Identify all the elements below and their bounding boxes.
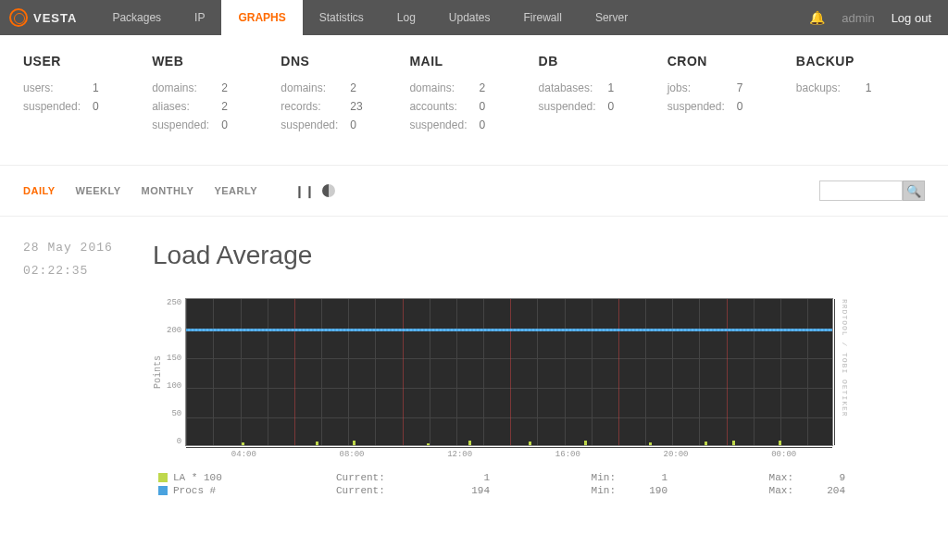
stat-value: 0 <box>608 100 615 113</box>
nav-right: 🔔 admin Log out <box>809 10 939 25</box>
x-tick: 08:00 <box>298 450 406 459</box>
stat-label: accounts: <box>409 100 479 113</box>
stat-line: suspended:0 <box>281 118 409 131</box>
stat-block[interactable]: MAILdomains:2accounts:0suspended:0 <box>409 54 538 137</box>
nav-updates[interactable]: Updates <box>432 0 507 35</box>
logo[interactable]: VESTA <box>9 8 77 27</box>
period-yearly[interactable]: YEARLY <box>214 185 257 196</box>
chart-watermark: RRDTOOL / TOBI OETIKER <box>841 299 849 445</box>
stat-line: aliases:2 <box>152 100 281 113</box>
stat-block[interactable]: WEBdomains:2aliases:2suspended:0 <box>152 54 281 137</box>
stat-label: aliases: <box>152 100 221 113</box>
legend-min-label: Min: <box>495 472 616 483</box>
stat-block[interactable]: DBdatabases:1suspended:0 <box>539 54 667 137</box>
stat-title: CRON <box>667 54 796 68</box>
stat-label: suspended: <box>539 100 608 113</box>
period-daily[interactable]: DAILY <box>23 185 56 196</box>
stat-line: jobs:7 <box>667 81 796 94</box>
chart-column: Load Average Points 250200150100500 RRDT… <box>153 241 925 498</box>
stat-block[interactable]: DNSdomains:2records:23suspended:0 <box>281 54 409 137</box>
theme-toggle-icon[interactable] <box>322 184 335 197</box>
x-tick: 20:00 <box>622 450 730 459</box>
y-tick: 0 <box>167 437 181 446</box>
y-tick: 150 <box>167 354 181 363</box>
legend-name: LA * 100 <box>173 472 331 483</box>
series-la <box>186 438 832 445</box>
subnav: DAILY WEEKLY MONTHLY YEARLY ❙❙ 🔍 <box>0 166 948 217</box>
stat-line: domains:2 <box>152 81 281 94</box>
search-button[interactable]: 🔍 <box>903 180 925 201</box>
stat-value: 0 <box>737 100 743 113</box>
stat-line: suspended:0 <box>23 100 152 113</box>
nav-statistics[interactable]: Statistics <box>303 0 380 35</box>
logo-icon <box>9 8 28 27</box>
legend-current-value: 194 <box>443 485 490 496</box>
legend-max-label: Max: <box>673 472 793 483</box>
stat-value: 0 <box>221 118 228 131</box>
legend-row: Procs #Current:194Min:190Max:204 <box>158 485 925 496</box>
nav-firewall[interactable]: Firewall <box>507 0 579 35</box>
y-tick: 50 <box>167 409 181 418</box>
stat-label: suspended: <box>281 118 350 131</box>
stat-line: domains:2 <box>409 81 538 94</box>
nav-server[interactable]: Server <box>579 0 644 35</box>
stat-block[interactable]: USERusers:1suspended:0 <box>23 54 152 137</box>
stat-label: suspended: <box>23 100 93 113</box>
stat-line: suspended:0 <box>667 100 796 113</box>
chart: Points 250200150100500 RRDTOOL / TOBI OE… <box>153 298 925 446</box>
stat-value: 2 <box>221 81 228 94</box>
legend: LA * 100Current:1Min:1Max:9Procs #Curren… <box>158 472 925 496</box>
logout-link[interactable]: Log out <box>892 11 931 25</box>
stat-title: DB <box>539 54 667 68</box>
y-tick: 250 <box>167 298 181 307</box>
nav-log[interactable]: Log <box>380 0 432 35</box>
stat-label: suspended: <box>667 100 737 113</box>
stat-label: domains: <box>281 81 350 94</box>
stat-title: USER <box>23 54 152 68</box>
stat-label: domains: <box>152 81 221 94</box>
stat-line: users:1 <box>23 81 152 94</box>
y-ticks: 250200150100500 <box>167 298 185 446</box>
stat-title: MAIL <box>409 54 538 68</box>
stat-value: 0 <box>350 118 356 131</box>
timestamp-date: 28 May 2016 <box>23 241 153 255</box>
stat-value: 2 <box>350 81 356 94</box>
x-tick: 00:00 <box>730 450 838 459</box>
legend-max-value: 204 <box>799 485 845 496</box>
x-ticks: 04:0008:0012:0016:0020:0000:00 <box>190 446 838 459</box>
bell-icon[interactable]: 🔔 <box>809 10 825 25</box>
legend-min-value: 190 <box>621 485 667 496</box>
legend-max-value: 9 <box>799 472 845 483</box>
nav-graphs[interactable]: GRAPHS <box>221 0 302 35</box>
stat-value: 23 <box>350 100 362 113</box>
stat-line: domains:2 <box>281 81 409 94</box>
period-weekly[interactable]: WEEKLY <box>76 185 121 196</box>
legend-max-label: Max: <box>673 485 793 496</box>
stat-label: suspended: <box>409 118 479 131</box>
legend-min-value: 1 <box>621 472 667 483</box>
content: 28 May 2016 02:22:35 Load Average Points… <box>0 217 948 522</box>
stat-value: 2 <box>479 81 485 94</box>
search-input[interactable] <box>819 180 903 201</box>
stat-line: suspended:0 <box>539 100 667 113</box>
stat-label: jobs: <box>667 81 737 94</box>
stat-line: records:23 <box>281 100 409 113</box>
period-monthly[interactable]: MONTHLY <box>142 185 194 196</box>
series-procs <box>186 330 832 331</box>
chart-title: Load Average <box>153 241 925 270</box>
x-tick: 12:00 <box>405 450 514 459</box>
stat-value: 1 <box>93 81 99 94</box>
nav-ip[interactable]: IP <box>178 0 221 35</box>
nav-packages[interactable]: Packages <box>95 0 178 35</box>
stat-block[interactable]: BACKUPbackups:1 <box>796 54 925 137</box>
stat-line: suspended:0 <box>409 118 538 131</box>
user-link[interactable]: admin <box>842 11 874 25</box>
pause-icon[interactable]: ❙❙ <box>294 184 315 198</box>
stat-block[interactable]: CRONjobs:7suspended:0 <box>667 54 796 137</box>
logo-text: VESTA <box>33 11 77 25</box>
stat-value: 2 <box>221 100 228 113</box>
y-axis-label: Points <box>153 355 163 389</box>
nav-items: Packages IP GRAPHS Statistics Log Update… <box>95 0 644 35</box>
stat-label: suspended: <box>152 118 221 131</box>
search-icon: 🔍 <box>906 184 921 198</box>
